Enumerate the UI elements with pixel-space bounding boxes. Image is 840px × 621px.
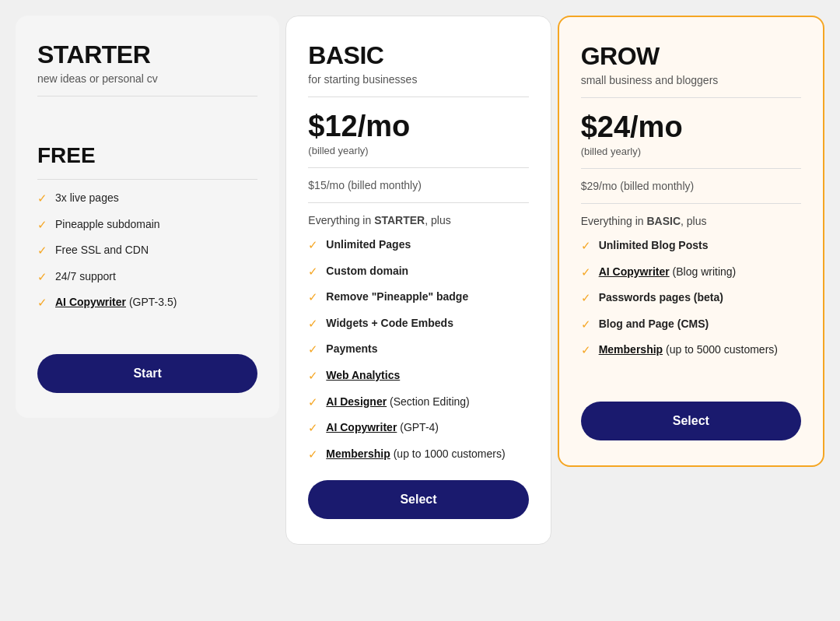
basic-price-large: $12/mo [308, 110, 528, 143]
ai-copywriter-link-basic[interactable]: AI Copywriter [326, 421, 397, 433]
grow-plan-card: GROW small business and bloggers $24/mo … [558, 16, 824, 467]
feature-text: Membership (up to 5000 customers) [599, 342, 778, 358]
basic-cta-button[interactable]: Select [308, 480, 528, 519]
list-item: ✓ Blog and Page (CMS) [581, 317, 801, 332]
list-item: ✓ AI Copywriter (GPT-3.5) [37, 295, 257, 310]
grow-price-billing: (billed yearly) [581, 146, 801, 157]
pricing-container: STARTER new ideas or personal cv FREE ✓ … [16, 16, 824, 545]
ai-copywriter-link-grow[interactable]: AI Copywriter [599, 265, 670, 278]
feature-text: Unlimited Pages [326, 237, 411, 253]
basic-divider-2 [308, 167, 528, 168]
list-item: ✓ 3x live pages [37, 191, 257, 206]
web-analytics-link[interactable]: Web Analytics [326, 369, 400, 381]
feature-text: Unlimited Blog Posts [599, 238, 709, 254]
check-icon: ✓ [581, 239, 591, 253]
check-icon: ✓ [308, 447, 318, 461]
list-item: ✓ Passwords pages (beta) [581, 290, 801, 306]
feature-text: Remove "Pineapple" badge [326, 289, 468, 305]
check-icon: ✓ [581, 343, 591, 357]
feature-text: Payments [326, 342, 377, 357]
feature-text: AI Copywriter (GPT-3.5) [55, 295, 177, 310]
grow-cta-button[interactable]: Select [581, 402, 801, 440]
list-item: ✓ Pineapple subdomain [37, 217, 257, 233]
basic-features-list: ✓ Unlimited Pages ✓ Custom domain ✓ Remo… [308, 237, 528, 461]
list-item: ✓ Custom domain [308, 264, 528, 279]
check-icon: ✓ [308, 265, 318, 279]
basic-divider-1 [308, 96, 528, 97]
feature-text: Custom domain [326, 264, 408, 279]
check-icon: ✓ [308, 238, 318, 252]
check-icon: ✓ [308, 317, 318, 331]
starter-plan-tagline: new ideas or personal cv [37, 72, 257, 85]
feature-text: 3x live pages [55, 191, 119, 206]
basic-plan-card: BASIC for starting businesses $12/mo (bi… [285, 16, 551, 545]
feature-text: Passwords pages (beta) [599, 290, 723, 306]
list-item: ✓ Free SSL and CDN [37, 243, 257, 258]
spacer [37, 329, 257, 354]
list-item: ✓ Membership (up to 1000 customers) [308, 447, 528, 462]
check-icon: ✓ [37, 270, 47, 284]
check-icon: ✓ [581, 291, 591, 305]
list-item: ✓ Web Analytics [308, 368, 528, 384]
feature-text: Free SSL and CDN [55, 243, 149, 258]
ai-copywriter-link[interactable]: AI Copywriter [55, 296, 126, 308]
check-icon: ✓ [308, 290, 318, 304]
feature-text: AI Designer (Section Editing) [326, 395, 469, 410]
basic-divider-3 [308, 202, 528, 203]
grow-divider-2 [581, 168, 801, 169]
check-icon: ✓ [581, 318, 591, 332]
check-icon: ✓ [308, 342, 318, 356]
feature-text: AI Copywriter (GPT-4) [326, 420, 439, 436]
check-icon: ✓ [308, 395, 318, 409]
list-item: ✓ Payments [308, 342, 528, 357]
starter-divider-1 [37, 96, 257, 96]
ai-designer-link[interactable]: AI Designer [326, 395, 387, 408]
feature-text: Pineapple subdomain [55, 217, 160, 233]
grow-divider-3 [581, 203, 801, 204]
check-icon: ✓ [37, 244, 47, 258]
feature-text: Web Analytics [326, 368, 400, 384]
list-item: ✓ AI Copywriter (Blog writing) [581, 265, 801, 280]
starter-features-list: ✓ 3x live pages ✓ Pineapple subdomain ✓ … [37, 191, 257, 310]
basic-plan-name: BASIC [308, 41, 528, 70]
spacer [581, 377, 801, 402]
feature-text: Blog and Page (CMS) [599, 317, 709, 332]
basic-includes-text: Everything in STARTER, plus [308, 214, 528, 226]
check-icon: ✓ [581, 265, 591, 279]
list-item: ✓ Widgets + Code Embeds [308, 316, 528, 332]
membership-link-basic[interactable]: Membership [326, 447, 390, 460]
basic-price-billing: (billed yearly) [308, 145, 528, 156]
check-icon: ✓ [37, 191, 47, 205]
starter-plan-card: STARTER new ideas or personal cv FREE ✓ … [16, 16, 279, 418]
feature-text: Widgets + Code Embeds [326, 316, 453, 332]
grow-includes-text: Everything in BASIC, plus [581, 215, 801, 227]
starter-cta-button[interactable]: Start [37, 354, 257, 393]
starter-free-label: FREE [37, 143, 257, 168]
feature-text: Membership (up to 1000 customers) [326, 447, 505, 462]
check-icon: ✓ [37, 218, 47, 232]
grow-plan-name: GROW [581, 42, 801, 71]
list-item: ✓ Membership (up to 5000 customers) [581, 342, 801, 358]
basic-plan-tagline: for starting businesses [308, 73, 528, 86]
grow-price-large: $24/mo [581, 111, 801, 144]
list-item: ✓ AI Copywriter (GPT-4) [308, 420, 528, 436]
check-icon: ✓ [308, 421, 318, 435]
membership-link-grow[interactable]: Membership [599, 343, 663, 356]
feature-text: AI Copywriter (Blog writing) [599, 265, 737, 280]
grow-price-alt: $29/mo (billed monthly) [581, 180, 801, 192]
feature-text: 24/7 support [55, 269, 116, 285]
basic-price-alt: $15/mo (billed monthly) [308, 179, 528, 191]
starter-divider-2 [37, 179, 257, 180]
list-item: ✓ Unlimited Pages [308, 237, 528, 253]
grow-divider-1 [581, 97, 801, 98]
grow-plan-tagline: small business and bloggers [581, 74, 801, 86]
check-icon: ✓ [37, 296, 47, 310]
list-item: ✓ Unlimited Blog Posts [581, 238, 801, 254]
list-item: ✓ AI Designer (Section Editing) [308, 395, 528, 410]
list-item: ✓ 24/7 support [37, 269, 257, 285]
check-icon: ✓ [308, 369, 318, 383]
grow-features-list: ✓ Unlimited Blog Posts ✓ AI Copywriter (… [581, 238, 801, 358]
starter-plan-name: STARTER [37, 40, 257, 69]
list-item: ✓ Remove "Pineapple" badge [308, 289, 528, 305]
